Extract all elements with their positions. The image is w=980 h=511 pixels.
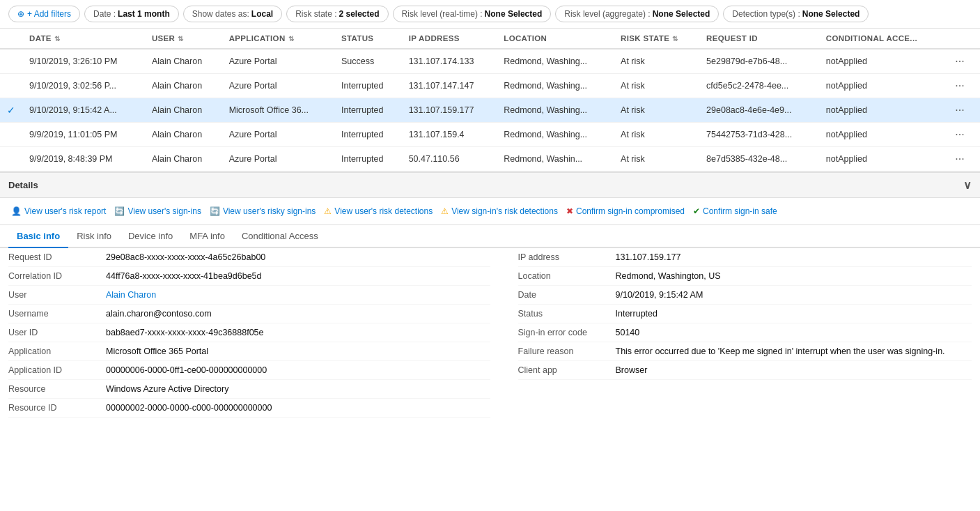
detail-label: User ID [8,328,106,337]
tab-mfa-info[interactable]: MFA info [181,225,233,248]
tab-basic-info[interactable]: Basic info [8,225,68,248]
cell-application: Microsoft Office 36... [222,98,334,123]
col-header-ip_address: IP ADDRESS [402,29,497,49]
detail-row: Application ID 00000006-0000-0ff1-ce00-0… [8,361,490,380]
details-panel-header[interactable]: Details ∨ [0,173,980,198]
details-panel: Details ∨ 👤View user's risk report🔄View … [0,171,980,418]
cell-risk_state: At risk [614,123,699,147]
tab-conditional-access[interactable]: Conditional Access [233,225,327,248]
row-actions-button[interactable]: ··· [952,55,967,68]
sign-ins-table: DATE⇅USER⇅APPLICATION⇅STATUSIP ADDRESSLO… [0,29,980,171]
cell-date: 9/9/2019, 8:48:39 PM [22,147,145,171]
cell-risk_state: At risk [614,98,699,123]
table-row[interactable]: 9/9/2019, 8:48:39 PMAlain CharonAzure Po… [0,147,980,171]
basic-info-content: Request ID 29e08ac8-xxxx-xxxx-xxxx-4a65c… [0,248,980,418]
add-filters-button[interactable]: ⊕ + Add filters [8,6,80,22]
cell-status: Interrupted [334,123,402,147]
cell-user: Alain Charon [145,147,222,171]
detail-label: Location [518,271,616,281]
add-filters-label: + Add filters [27,9,71,19]
tab-device-info[interactable]: Device info [120,225,181,248]
filter-chip-risk-level-realtime[interactable]: Risk level (real-time) :None Selected [393,6,552,22]
detail-row: Application Microsoft Office 365 Portal [8,342,490,361]
action-link-risk-report[interactable]: 👤View user's risk report [8,205,109,218]
filter-label: Show dates as: [192,9,249,19]
action-link-confirm-safe[interactable]: ✔Confirm sign-in safe [690,205,780,218]
col-header-application[interactable]: APPLICATION⇅ [222,29,334,49]
cell-actions[interactable]: ··· [945,98,980,123]
row-actions-button[interactable]: ··· [952,153,967,165]
table-row[interactable]: 9/10/2019, 3:02:56 P...Alain CharonAzure… [0,74,980,98]
cell-actions[interactable]: ··· [945,49,980,74]
detail-row: Location Redmond, Washington, US [518,267,972,286]
cell-location: Redmond, Washing... [497,49,614,74]
cell-ip_address: 131.107.147.147 [402,74,497,98]
right-fields-col: IP address 131.107.159.177 Location Redm… [490,248,972,418]
detail-label: Failure reason [518,346,616,356]
cell-risk_state: At risk [614,49,699,74]
col-label: IP ADDRESS [409,34,460,43]
table-row[interactable]: ✓9/10/2019, 9:15:42 A...Alain CharonMicr… [0,98,980,123]
detail-label: Resource [8,384,106,394]
detail-label: Correlation ID [8,271,106,281]
detail-label: Status [518,309,616,319]
action-icon: ✖ [566,206,573,216]
detail-row: User Alain Charon [8,286,490,305]
cell-request_id: 8e7d5385-432e-48... [699,147,819,171]
detail-label: Sign-in error code [518,328,616,337]
cell-application: Azure Portal [222,123,334,147]
detail-row: Sign-in error code 50140 [518,323,972,342]
detail-row: Username alain.charon@contoso.com [8,305,490,323]
cell-status: Interrupted [334,147,402,171]
cell-location: Redmond, Washin... [497,147,614,171]
action-link-sign-in-risk-detections[interactable]: ⚠View sign-in's risk detections [438,205,561,218]
cell-check [0,49,22,74]
cell-location: Redmond, Washing... [497,74,614,98]
detail-row: Request ID 29e08ac8-xxxx-xxxx-xxxx-4a65c… [8,248,490,267]
cell-actions[interactable]: ··· [945,123,980,147]
col-header-location: LOCATION [497,29,614,49]
cell-status: Interrupted [334,98,402,123]
filter-value: None Selected [802,9,860,19]
action-icon: 👤 [11,206,22,216]
detail-value: This error occurred due to 'Keep me sign… [616,346,945,356]
filter-label: Date : [93,9,116,19]
cell-user: Alain Charon [145,123,222,147]
col-header-date[interactable]: DATE⇅ [22,29,145,49]
cell-actions[interactable]: ··· [945,74,980,98]
table-container: DATE⇅USER⇅APPLICATION⇅STATUSIP ADDRESSLO… [0,29,980,171]
action-link-confirm-compromised[interactable]: ✖Confirm sign-in compromised [563,205,687,218]
filter-value: None Selected [485,9,543,19]
row-actions-button[interactable]: ··· [952,104,967,116]
cell-application: Azure Portal [222,49,334,74]
detail-value[interactable]: Alain Charon [106,290,156,300]
action-links-container: 👤View user's risk report🔄View user's sig… [0,198,980,225]
action-link-sign-ins[interactable]: 🔄View user's sign-ins [111,205,203,218]
tab-risk-info[interactable]: Risk info [68,225,120,248]
row-actions-button[interactable]: ··· [952,79,967,92]
detail-value: 131.107.159.177 [616,252,681,262]
filter-label: Risk state : [295,9,336,19]
cell-ip_address: 50.47.110.56 [402,147,497,171]
detail-value: 29e08ac8-xxxx-xxxx-xxxx-4a65c26bab00 [106,252,265,262]
table-row[interactable]: 9/10/2019, 3:26:10 PMAlain CharonAzure P… [0,49,980,74]
filter-chip-detection-types[interactable]: Detection type(s) :None Selected [723,6,869,22]
table-row[interactable]: 9/9/2019, 11:01:05 PMAlain CharonAzure P… [0,123,980,147]
filter-chip-risk-state[interactable]: Risk state :2 selected [286,6,388,22]
detail-value: Redmond, Washington, US [616,271,721,281]
detail-row: User ID bab8aed7-xxxx-xxxx-xxxx-49c36888… [8,323,490,342]
add-filters-icon: ⊕ [17,9,24,19]
col-header-risk_state[interactable]: RISK STATE⇅ [614,29,699,49]
action-link-risky-sign-ins[interactable]: 🔄View user's risky sign-ins [207,205,318,218]
row-actions-button[interactable]: ··· [952,128,967,141]
filter-value: 2 selected [339,9,380,19]
filter-label: Risk level (aggregate) : [564,9,650,19]
cell-actions[interactable]: ··· [945,147,980,171]
filter-chip-show-dates[interactable]: Show dates as:Local [183,6,282,22]
filter-chip-risk-level-aggregate[interactable]: Risk level (aggregate) :None Selected [555,6,719,22]
action-link-risk-detections[interactable]: ⚠View user's risk detections [321,205,435,218]
detail-label: Application ID [8,365,106,375]
col-header-user[interactable]: USER⇅ [145,29,222,49]
col-label: STATUS [341,34,373,43]
filter-chip-date[interactable]: Date :Last 1 month [84,6,179,22]
